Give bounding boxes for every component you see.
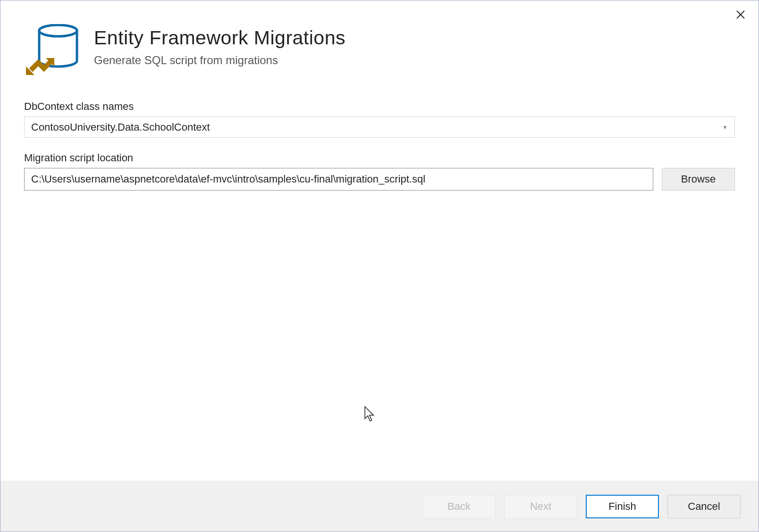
chevron-down-icon: ▼	[722, 124, 728, 131]
dialog-title: Entity Framework Migrations	[94, 27, 346, 49]
location-row: Browse	[24, 168, 735, 191]
dialog-subtitle: Generate SQL script from migrations	[94, 54, 346, 67]
header-text: Entity Framework Migrations Generate SQL…	[94, 24, 346, 67]
close-button[interactable]	[734, 9, 747, 22]
svg-point-3	[39, 25, 77, 36]
dbcontext-field-group: DbContext class names ContosoUniversity.…	[24, 100, 735, 138]
dbcontext-label: DbContext class names	[24, 100, 735, 113]
dialog-footer: Back Next Finish Cancel	[0, 481, 759, 532]
location-field-group: Migration script location Browse	[24, 152, 735, 191]
next-button: Next	[504, 495, 577, 518]
dialog-body: DbContext class names ContosoUniversity.…	[0, 86, 759, 481]
finish-button[interactable]: Finish	[586, 495, 659, 518]
dbcontext-dropdown[interactable]: ContosoUniversity.Data.SchoolContext ▼	[24, 116, 735, 138]
location-label: Migration script location	[24, 152, 735, 164]
dbcontext-value: ContosoUniversity.Data.SchoolContext	[31, 121, 210, 133]
dialog-header: Entity Framework Migrations Generate SQL…	[0, 0, 759, 86]
cancel-button[interactable]: Cancel	[667, 495, 741, 518]
browse-button[interactable]: Browse	[662, 168, 735, 191]
back-button: Back	[422, 495, 496, 518]
location-input[interactable]	[24, 168, 653, 191]
close-icon	[736, 10, 745, 21]
database-migration-icon	[24, 24, 81, 81]
migrations-dialog: Entity Framework Migrations Generate SQL…	[0, 0, 759, 532]
